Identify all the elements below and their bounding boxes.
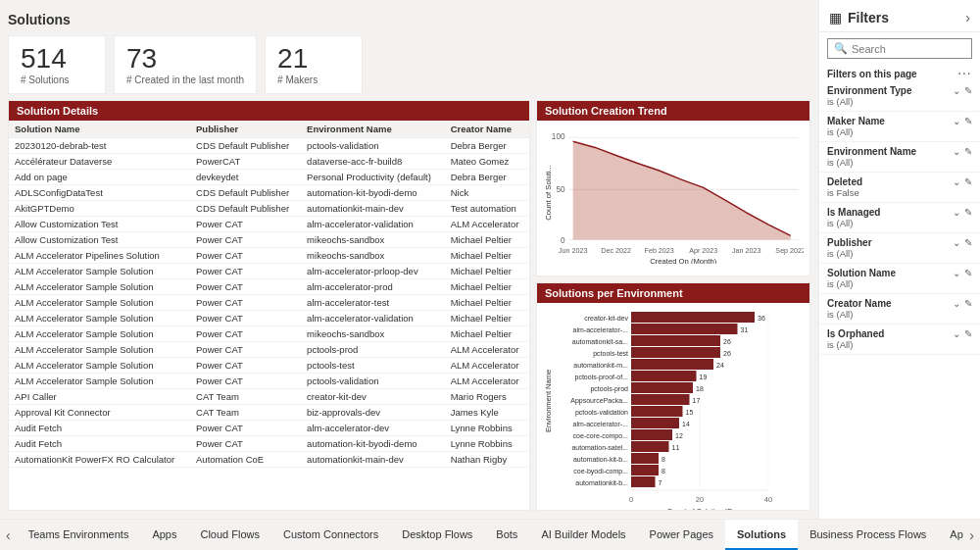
edit-icon[interactable]: ✎ xyxy=(964,237,972,248)
table-row[interactable]: Add on pagedevkeydetPersonal Productivit… xyxy=(9,169,529,184)
table-row[interactable]: API CallerCAT Teamcreator-kit-devMario R… xyxy=(9,388,529,404)
filter-item[interactable]: Is Managed ⌄ ✎ is (All) xyxy=(819,203,980,233)
bar-chart-title: Solutions per Environment xyxy=(537,283,809,303)
tab-item-custom-connectors[interactable]: Custom Connectors xyxy=(271,520,390,550)
table-cell: pctools-test xyxy=(301,357,445,373)
svg-text:26: 26 xyxy=(723,349,731,356)
tab-item-teams-environments[interactable]: Teams Environments xyxy=(17,520,141,550)
edit-icon[interactable]: ✎ xyxy=(964,268,972,278)
filter-item[interactable]: Maker Name ⌄ ✎ is (All) xyxy=(819,112,980,142)
table-row[interactable]: ALM Accelerator Sample SolutionPower CAT… xyxy=(9,294,529,310)
svg-text:Jan 2023: Jan 2023 xyxy=(732,247,760,255)
svg-text:26: 26 xyxy=(723,337,731,344)
svg-text:alm-accelerator-...: alm-accelerator-... xyxy=(573,325,628,332)
table-row[interactable]: Audit FetchPower CATalm-accelerator-devL… xyxy=(9,420,529,435)
filter-item[interactable]: Creator Name ⌄ ✎ is (All) xyxy=(819,294,980,325)
tab-item-power-pages[interactable]: Power Pages xyxy=(638,520,725,550)
table-cell: Mateo Gomez xyxy=(445,153,529,169)
table-cell: Audit Fetch xyxy=(9,435,190,451)
svg-rect-46 xyxy=(631,406,683,417)
table-cell: ALM Accelerator Pipelines Solution xyxy=(9,247,190,263)
filters-on-page-menu[interactable]: ··· xyxy=(958,69,972,79)
tab-item-cloud-flows[interactable]: Cloud Flows xyxy=(188,520,271,550)
edit-icon[interactable]: ✎ xyxy=(964,146,972,157)
tab-item-app...[interactable]: App... xyxy=(938,520,963,550)
table-row[interactable]: Allow Customization TestPower CATalm-acc… xyxy=(9,216,529,231)
filter-item[interactable]: Deleted ⌄ ✎ is False xyxy=(819,173,980,203)
table-cell: 20230120-debrab-test xyxy=(9,137,190,153)
svg-text:100: 100 xyxy=(552,132,565,141)
edit-icon[interactable]: ✎ xyxy=(964,176,972,187)
table-cell: Debra Berger xyxy=(445,137,529,153)
table-cell: Michael Peltier xyxy=(445,231,529,247)
table-cell: AutomationKit PowerFX RO Calculator xyxy=(9,451,190,467)
svg-text:8: 8 xyxy=(662,467,665,474)
filter-item[interactable]: Environment Type ⌄ ✎ is (All) xyxy=(819,81,980,112)
chevron-down-icon[interactable]: ⌄ xyxy=(953,268,960,278)
table-cell: Nathan Rigby xyxy=(445,451,529,467)
table-row[interactable]: ALM Accelerator Sample SolutionPower CAT… xyxy=(9,310,529,325)
filter-search-input[interactable] xyxy=(852,43,965,55)
edit-icon[interactable]: ✎ xyxy=(964,298,972,309)
table-container[interactable]: Solution Name Publisher Environment Name… xyxy=(9,121,529,510)
filter-item[interactable]: Publisher ⌄ ✎ is (All) xyxy=(819,233,980,264)
table-row[interactable]: AkitGPTDemoCDS Default Publisherautomati… xyxy=(9,200,529,216)
table-row[interactable]: Audit FetchPower CATautomation-kit-byodi… xyxy=(9,435,529,451)
chevron-down-icon[interactable]: ⌄ xyxy=(953,85,960,96)
table-row[interactable]: ALM Accelerator Sample SolutionPower CAT… xyxy=(9,357,529,373)
filter-item[interactable]: Solution Name ⌄ ✎ is (All) xyxy=(819,264,980,294)
table-cell: ALM Accelerator xyxy=(445,357,529,373)
table-row[interactable]: ADLSConfigDataTestCDS Default Publishera… xyxy=(9,184,529,200)
tab-prev-button[interactable]: ‹ xyxy=(0,520,17,550)
table-cell: Lynne Robbins xyxy=(445,420,529,435)
tab-item-bots[interactable]: Bots xyxy=(484,520,529,550)
table-row[interactable]: ALM Accelerator Pipelines SolutionPower … xyxy=(9,247,529,263)
tab-item-apps[interactable]: Apps xyxy=(140,520,188,550)
table-row[interactable]: ALM Accelerator Sample SolutionPower CAT… xyxy=(9,325,529,341)
chevron-down-icon[interactable]: ⌄ xyxy=(953,116,960,126)
edit-icon[interactable]: ✎ xyxy=(964,207,972,218)
table-cell: Power CAT xyxy=(190,325,301,341)
svg-rect-58 xyxy=(631,453,659,464)
edit-icon[interactable]: ✎ xyxy=(964,328,972,339)
table-row[interactable]: 20230120-debrab-testCDS Default Publishe… xyxy=(9,137,529,153)
svg-text:AppsourcePacka...: AppsourcePacka... xyxy=(570,396,628,404)
table-cell: pctools-validation xyxy=(301,137,445,153)
filter-item-value: is (All) xyxy=(827,248,972,259)
filter-item-header: Creator Name ⌄ ✎ xyxy=(827,298,972,309)
svg-rect-22 xyxy=(631,312,755,323)
svg-rect-37 xyxy=(631,371,697,381)
chevron-down-icon[interactable]: ⌄ xyxy=(953,298,960,309)
chevron-down-icon[interactable]: ⌄ xyxy=(953,207,960,218)
table-row[interactable]: ALM Accelerator Sample SolutionPower CAT… xyxy=(9,263,529,278)
table-row[interactable]: ALM Accelerator Sample SolutionPower CAT… xyxy=(9,373,529,388)
edit-icon[interactable]: ✎ xyxy=(964,116,972,126)
table-row[interactable]: Accélérateur DataversePowerCATdataverse-… xyxy=(9,153,529,169)
table-cell: ALM Accelerator Sample Solution xyxy=(9,310,190,325)
table-cell: Power CAT xyxy=(190,263,301,278)
filter-search-box[interactable]: 🔍 xyxy=(827,38,972,59)
svg-text:creator-kit-dev: creator-kit-dev xyxy=(584,314,628,321)
table-row[interactable]: ALM Accelerator Sample SolutionPower CAT… xyxy=(9,278,529,294)
filter-item[interactable]: Environment Name ⌄ ✎ is (All) xyxy=(819,142,980,173)
filter-item[interactable]: Is Orphaned ⌄ ✎ is (All) xyxy=(819,325,980,355)
table-row[interactable]: Allow Customization TestPower CATmikeoch… xyxy=(9,231,529,247)
filter-item-header: Solution Name ⌄ ✎ xyxy=(827,268,972,278)
table-cell: Nick xyxy=(445,184,529,200)
tab-item-solutions[interactable]: Solutions xyxy=(725,520,798,550)
tab-item-desktop-flows[interactable]: Desktop Flows xyxy=(390,520,484,550)
chevron-down-icon[interactable]: ⌄ xyxy=(953,176,960,187)
table-row[interactable]: AutomationKit PowerFX RO CalculatorAutom… xyxy=(9,451,529,467)
tab-item-ai-builder-models[interactable]: AI Builder Models xyxy=(529,520,637,550)
table-row[interactable]: Approval Kit ConnectorCAT Teambiz-approv… xyxy=(9,404,529,420)
filters-close-button[interactable]: › xyxy=(965,10,970,25)
edit-icon[interactable]: ✎ xyxy=(964,85,972,96)
chevron-down-icon[interactable]: ⌄ xyxy=(953,328,960,339)
filter-item-icons: ⌄ ✎ xyxy=(953,116,972,126)
tab-next-button[interactable]: › xyxy=(963,520,980,550)
tab-item-business-process-flows[interactable]: Business Process Flows xyxy=(798,520,938,550)
chevron-down-icon[interactable]: ⌄ xyxy=(953,146,960,157)
table-cell: Debra Berger xyxy=(445,169,529,184)
chevron-down-icon[interactable]: ⌄ xyxy=(953,237,960,248)
table-row[interactable]: ALM Accelerator Sample SolutionPower CAT… xyxy=(9,341,529,357)
